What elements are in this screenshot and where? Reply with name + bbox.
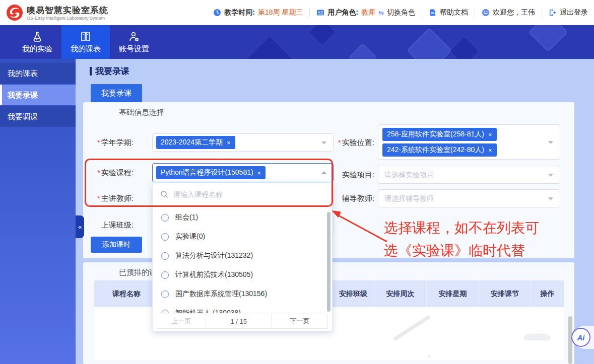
search-icon — [160, 190, 168, 198]
lab-project-select[interactable]: 请选择实验项目 — [378, 166, 560, 184]
lab-course-tag: Python语言程序设计(150581) × — [156, 166, 266, 179]
navbar-decoration — [245, 35, 295, 59]
column-header-actions: 操作 — [531, 280, 564, 307]
flask-icon — [31, 31, 43, 43]
swap-role-icon[interactable]: ⇆ — [378, 9, 384, 17]
remove-tag-icon[interactable]: × — [488, 131, 492, 138]
course-option-label: 组会(1) — [175, 213, 198, 222]
main-navbar: 我的实验 我的课表 账号设置 — [0, 25, 594, 59]
welcome-text: 欢迎您，王伟 — [493, 8, 535, 17]
nav-tab-account-settings[interactable]: 账号设置 — [110, 25, 158, 59]
header-divider — [309, 8, 310, 17]
book-icon — [80, 31, 92, 43]
remove-tag-icon[interactable]: × — [257, 170, 261, 176]
lab-location-tag: 242-系统软件实验室(242-80人) × — [382, 143, 497, 157]
header-divider — [422, 8, 422, 17]
course-option-label: 计算机前沿技术(130505) — [175, 270, 253, 279]
brand-subtitle: OS-Easy Intelligent Laboratory System — [27, 16, 105, 21]
lab-location-tag-text: 242-系统软件实验室(242-80人) — [387, 145, 484, 155]
page-title: 我要录课 — [90, 65, 129, 77]
course-option[interactable]: 算法分析与设计(131232) — [153, 246, 332, 265]
user-role-value: 教师 — [361, 8, 375, 17]
nav-tab-label: 账号设置 — [119, 44, 149, 54]
dropdown-scrollbar-thumb[interactable] — [327, 212, 331, 312]
empty-state-mound-illustration — [524, 333, 550, 340]
sidebar-collapse-button[interactable]: « — [76, 215, 84, 238]
header-divider — [475, 8, 475, 17]
basic-info-section-title: 基础信息选择 — [114, 108, 169, 117]
chevron-down-icon — [548, 197, 553, 200]
app-root: 噢易智慧实验室系统 OS-Easy Intelligent Laboratory… — [0, 0, 594, 364]
switch-role-link[interactable]: 切换角色 — [387, 8, 415, 17]
lab-course-tag-text: Python语言程序设计(150581) — [161, 168, 253, 177]
pagination-page-indicator: 1 / 15 — [206, 314, 272, 329]
chevron-up-icon — [321, 171, 326, 174]
course-search-input[interactable] — [173, 190, 314, 198]
course-option-label: 算法分析与设计(131232) — [175, 251, 253, 260]
navbar-decoration — [349, 43, 377, 59]
remove-tag-icon[interactable]: × — [227, 139, 231, 146]
navbar-decoration — [407, 28, 452, 59]
navbar-decoration — [449, 36, 480, 59]
radio-icon — [161, 252, 169, 260]
empty-state-cross-illustration: × — [427, 352, 431, 360]
required-asterisk: * — [97, 138, 100, 147]
nav-tab-my-timetable[interactable]: 我的课表 — [61, 25, 110, 59]
lab-course-select[interactable]: Python语言程序设计(150581) × — [152, 163, 334, 182]
logout-icon — [549, 9, 557, 17]
semester-select[interactable]: 2023-2024第二学期 × — [152, 133, 334, 152]
course-option[interactable]: 智能机器人 (130038) — [153, 304, 332, 314]
remove-tag-icon[interactable]: × — [488, 147, 492, 154]
teaching-time-value: 第18周 星期三 — [258, 8, 303, 17]
collapse-chevrons-icon: « — [78, 223, 82, 231]
page-title-text: 我要录课 — [95, 65, 129, 77]
user-role-label: 用户角色: — [327, 8, 358, 17]
assistant-teacher-select[interactable]: 请选择辅导教师 — [378, 189, 560, 207]
header-divider — [542, 8, 542, 17]
radio-icon — [161, 233, 169, 241]
nav-tab-label: 我的实验 — [22, 44, 52, 54]
title-accent-bar — [90, 67, 92, 76]
record-course-tab-button[interactable]: 我要录课 — [91, 84, 142, 102]
document-icon — [429, 9, 437, 17]
chevron-down-icon — [548, 174, 553, 177]
id-card-icon — [316, 9, 324, 17]
add-lesson-button-label: 添加课时 — [102, 240, 130, 249]
help-doc-link[interactable]: 帮助文档 — [440, 8, 468, 17]
required-asterisk: * — [97, 168, 100, 177]
nav-tab-label: 我的课表 — [71, 44, 101, 54]
sidebar-item-my-timetable[interactable]: 我的课表 — [0, 63, 76, 84]
annotation-line-1: 选择课程，如不在列表可 — [384, 216, 539, 239]
help-doc-group[interactable]: 帮助文档 — [429, 8, 468, 17]
course-option[interactable]: 实验课(0) — [153, 227, 332, 246]
lab-project-placeholder: 请选择实验项目 — [384, 171, 434, 180]
column-header-weeks: 安排周次 — [374, 280, 427, 307]
user-gear-icon — [128, 31, 140, 43]
user-role-group: 用户角色: 教师 ⇆ 切换角色 — [316, 8, 415, 17]
sidebar-item-record-course[interactable]: 我要录课 — [0, 85, 76, 105]
lab-location-select[interactable]: 258-应用软件实验室(258-81人) × 242-系统软件实验室(242-8… — [378, 124, 560, 160]
header-right: 教学时间: 第18周 星期三 用户角色: 教师 ⇆ 切换角色 帮助文档 — [213, 0, 588, 25]
sidebar-item-adjust-course[interactable]: 我要调课 — [0, 106, 76, 127]
sidebar-item-label: 我要录课 — [8, 91, 38, 99]
column-header-class: 安排班级 — [333, 280, 374, 307]
pagination-next-button[interactable]: 下一页 — [272, 314, 328, 329]
sidebar-item-label: 我要调课 — [8, 112, 38, 121]
logout-link[interactable]: 退出登录 — [560, 8, 588, 17]
lab-location-label: *实验位置: — [309, 138, 374, 148]
ai-assistant-button[interactable]: Ai — [571, 328, 590, 347]
pagination-prev-button[interactable]: 上一页 — [157, 314, 206, 329]
required-asterisk: * — [97, 194, 100, 202]
nav-tab-my-experiments[interactable]: 我的实验 — [13, 25, 61, 59]
logout-group[interactable]: 退出登录 — [549, 8, 588, 17]
lecturer-label: *主讲教师: — [68, 194, 134, 203]
add-lesson-button[interactable]: 添加课时 — [91, 237, 142, 253]
radio-icon — [161, 214, 169, 222]
assistant-teacher-placeholder: 请选择辅导教师 — [384, 194, 434, 203]
tab-button-label: 我要录课 — [101, 89, 131, 98]
course-option[interactable]: 计算机前沿技术(130505) — [153, 265, 332, 284]
nav-tabs: 我的实验 我的课表 账号设置 — [13, 25, 158, 59]
course-option[interactable]: 组会(1) — [153, 208, 332, 227]
course-option[interactable]: 国产数据库系统管理(130156) — [153, 284, 332, 304]
column-header-periods: 安排课节 — [479, 280, 531, 307]
